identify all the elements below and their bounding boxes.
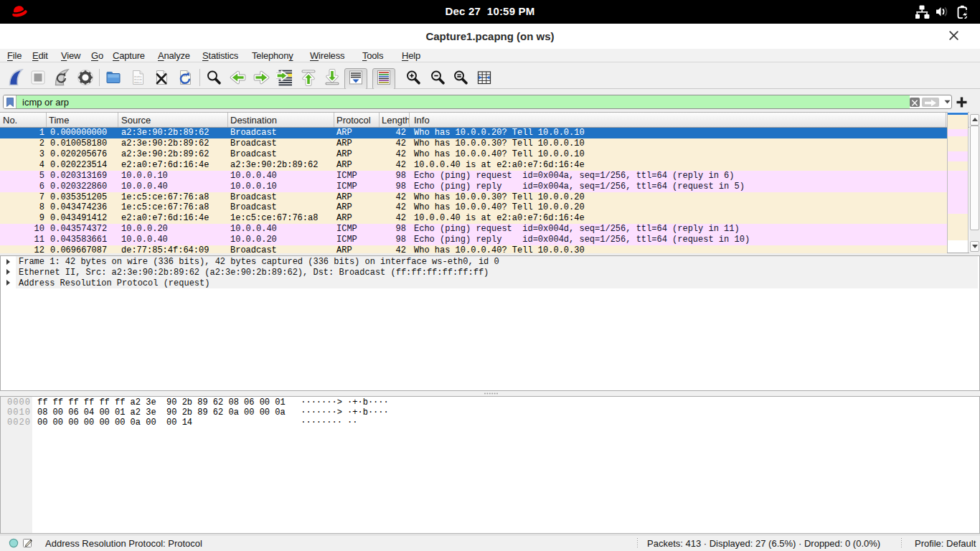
svg-text:0011: 0011 bbox=[134, 80, 142, 84]
